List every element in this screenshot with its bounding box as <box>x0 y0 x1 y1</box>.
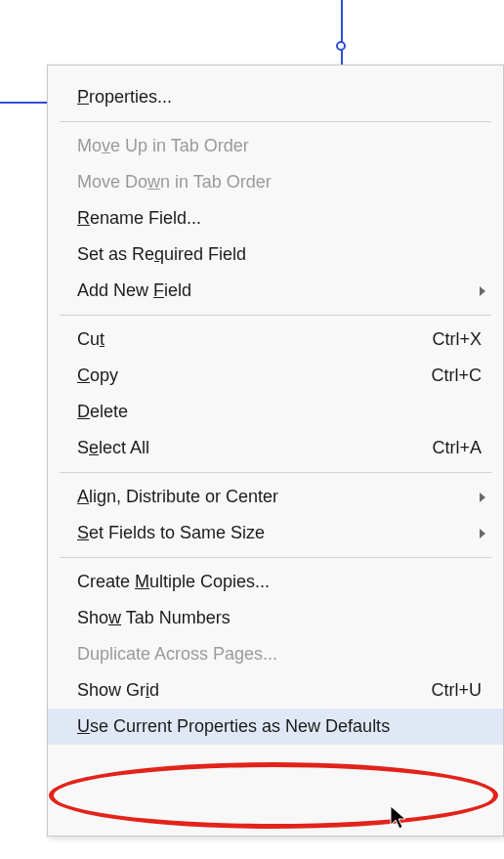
shortcut-label: Ctrl+C <box>431 365 482 386</box>
menu-label: Align, Distribute or Center <box>77 487 482 507</box>
context-menu: Properties... Move Up in Tab Order Move … <box>47 64 504 837</box>
menu-item-move-down: Move Down in Tab Order <box>48 164 503 200</box>
submenu-arrow-icon <box>480 529 485 538</box>
menu-label: Add New Field <box>77 280 482 301</box>
menu-item-properties[interactable]: Properties... <box>48 79 503 115</box>
menu-label: Set Fields to Same Size <box>77 523 482 543</box>
menu-label: Show Tab Numbers <box>77 608 482 628</box>
menu-label: Select All <box>77 438 432 458</box>
menu-item-copy[interactable]: Copy Ctrl+C <box>48 358 503 394</box>
menu-label: Rename Field... <box>77 208 482 229</box>
menu-item-show-tab-numbers[interactable]: Show Tab Numbers <box>48 600 503 636</box>
menu-item-set-required[interactable]: Set as Required Field <box>48 236 503 273</box>
menu-item-delete[interactable]: Delete <box>48 394 503 430</box>
shortcut-label: Ctrl+U <box>431 680 482 701</box>
separator <box>60 315 491 316</box>
shortcut-label: Ctrl+X <box>432 329 482 350</box>
separator <box>60 472 491 473</box>
selection-handle[interactable] <box>336 41 346 51</box>
menu-label: Copy <box>77 365 431 386</box>
menu-label: Move Down in Tab Order <box>77 172 482 193</box>
selection-guide-vertical <box>341 0 343 64</box>
menu-item-rename-field[interactable]: Rename Field... <box>48 200 503 236</box>
selection-guide-horizontal <box>0 102 47 104</box>
menu-label: Move Up in Tab Order <box>77 136 482 156</box>
menu-label: Duplicate Across Pages... <box>77 644 482 665</box>
menu-item-cut[interactable]: Cut Ctrl+X <box>48 322 503 358</box>
menu-item-show-grid[interactable]: Show Grid Ctrl+U <box>48 672 503 709</box>
menu-label: Properties... <box>77 87 482 107</box>
menu-label: Create Multiple Copies... <box>77 572 482 592</box>
shortcut-label: Ctrl+A <box>432 438 482 458</box>
menu-label: Show Grid <box>77 680 431 701</box>
menu-label: Set as Required Field <box>77 244 482 265</box>
menu-item-use-current-properties-as-defaults[interactable]: Use Current Properties as New Defaults <box>48 709 503 745</box>
submenu-arrow-icon <box>480 286 485 296</box>
separator <box>60 557 491 558</box>
menu-item-add-new-field[interactable]: Add New Field <box>48 273 503 309</box>
submenu-arrow-icon <box>480 493 485 502</box>
menu-item-move-up: Move Up in Tab Order <box>48 128 503 164</box>
menu-label: Use Current Properties as New Defaults <box>77 716 482 737</box>
menu-item-align[interactable]: Align, Distribute or Center <box>48 479 503 515</box>
menu-item-same-size[interactable]: Set Fields to Same Size <box>48 515 503 551</box>
menu-item-select-all[interactable]: Select All Ctrl+A <box>48 430 503 466</box>
menu-label: Delete <box>77 402 482 422</box>
menu-item-duplicate-across-pages: Duplicate Across Pages... <box>48 636 503 672</box>
separator <box>60 121 491 122</box>
menu-item-multiple-copies[interactable]: Create Multiple Copies... <box>48 564 503 600</box>
menu-label: Cut <box>77 329 432 350</box>
